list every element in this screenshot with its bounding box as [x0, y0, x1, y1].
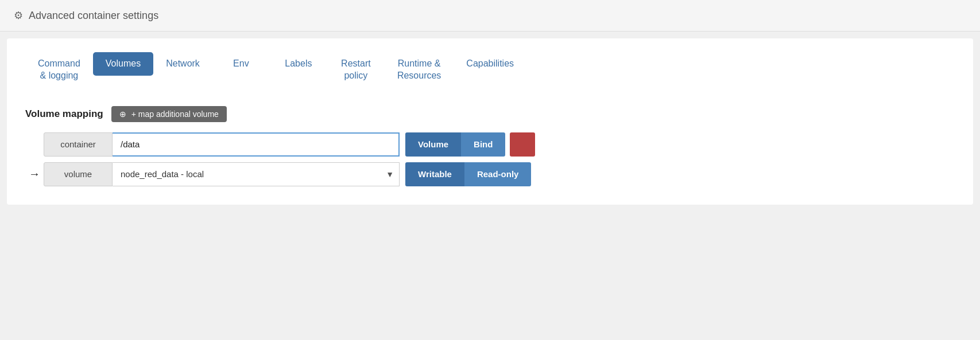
tab-volumes[interactable]: Volumes	[93, 52, 153, 76]
map-button-label: + map additional volume	[131, 110, 219, 119]
page-wrapper: ⚙ Advanced container settings Command & …	[0, 0, 980, 205]
container-label: container	[44, 132, 113, 157]
gear-icon: ⚙	[14, 9, 23, 22]
tab-runtime-resources[interactable]: Runtime & Resources	[385, 52, 454, 88]
container-path-input[interactable]	[113, 132, 400, 157]
arrow-icon: →	[25, 167, 44, 181]
section-header: Volume mapping ⊕ + map additional volume	[25, 106, 955, 122]
volume-bind-group: Volume Bind	[405, 132, 505, 157]
page-title: Advanced container settings	[29, 10, 158, 22]
tab-restart-policy[interactable]: Restart policy	[327, 52, 385, 88]
plus-icon: ⊕	[119, 110, 126, 119]
tab-env[interactable]: Env	[212, 52, 270, 76]
main-content: Command & logging Volumes Network Env La…	[7, 38, 973, 205]
tab-network[interactable]: Network	[153, 52, 212, 76]
bind-button[interactable]: Bind	[461, 132, 505, 157]
map-additional-volume-button[interactable]: ⊕ + map additional volume	[111, 106, 227, 122]
section-title: Volume mapping	[25, 108, 103, 120]
volume-select-wrapper: node_red_data - local ▼	[113, 162, 400, 186]
readonly-button[interactable]: Read-only	[464, 162, 532, 186]
tab-labels[interactable]: Labels	[270, 52, 327, 76]
tabs-row: Command & logging Volumes Network Env La…	[25, 52, 955, 88]
header-bar: ⚙ Advanced container settings	[0, 0, 980, 32]
volume-row-container: → container Volume Bind	[25, 132, 955, 157]
volume-row-volume: → volume node_red_data - local ▼ Writabl…	[25, 162, 955, 186]
volume-select[interactable]: node_red_data - local	[113, 162, 400, 186]
delete-volume-button[interactable]	[510, 132, 535, 157]
writable-readonly-group: Writable Read-only	[405, 162, 531, 186]
writable-button[interactable]: Writable	[405, 162, 464, 186]
tab-command-logging[interactable]: Command & logging	[25, 52, 93, 88]
volume-button[interactable]: Volume	[405, 132, 461, 157]
tab-capabilities[interactable]: Capabilities	[454, 52, 526, 76]
volume-label: volume	[44, 162, 113, 186]
